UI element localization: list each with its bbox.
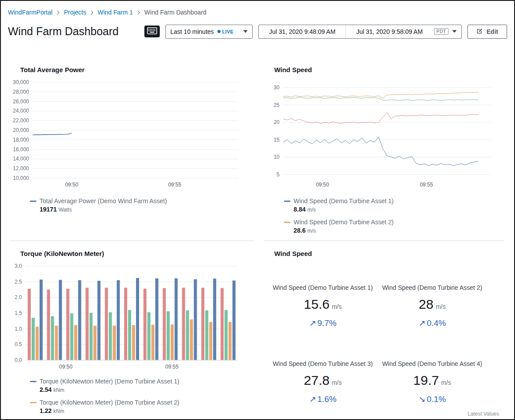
svg-text:25: 25	[274, 102, 280, 108]
svg-text:09:55: 09:55	[168, 182, 181, 188]
kpi-label: Wind Speed (Demo Turbine Asset 4)	[378, 360, 487, 368]
legend-unit: Watts	[59, 207, 72, 213]
legend-unit: kNm	[53, 408, 64, 414]
edit-button[interactable]: Edit	[467, 25, 507, 39]
svg-text:10: 10	[274, 154, 280, 160]
panel-wind-speed-chart: Wind Speed 5101520253009:5009:55 Wind Sp…	[264, 57, 504, 241]
panel-title: Total Average Power	[20, 65, 254, 74]
chevron-down-icon	[452, 30, 457, 33]
svg-text:5: 5	[276, 172, 280, 178]
kpi-unit: m/s	[332, 379, 342, 386]
kpi-card-asset-2: Wind Speed (Demo Turbine Asset 2) 28m/s …	[378, 284, 487, 328]
kpi-label: Wind Speed (Demo Turbine Asset 3)	[268, 360, 378, 368]
svg-text:14,000: 14,000	[13, 156, 29, 162]
legend-item: Torque (KiloNewton Meter) (Demo Turbine …	[30, 377, 254, 394]
svg-text:3.0: 3.0	[15, 263, 22, 269]
latest-values-label: Latest Values	[467, 411, 499, 417]
svg-text:1.5: 1.5	[15, 310, 22, 316]
svg-text:24,000: 24,000	[13, 108, 29, 114]
start-date: Jul 31, 2020 9:48:09 AM	[259, 28, 346, 35]
breadcrumb-link-wind-farm-1[interactable]: Wind Farm 1	[98, 8, 133, 17]
legend-swatch	[284, 222, 291, 223]
trend-down-arrow-icon: ↘	[419, 394, 426, 404]
chart-legend: Wind Speed (Demo Turbine Asset 1) 8.84m/…	[284, 197, 504, 241]
breadcrumb-link-projects[interactable]: Projects	[64, 8, 86, 17]
svg-text:2.5: 2.5	[15, 279, 22, 285]
total-average-power-line-chart[interactable]: 10,00012,00014,00016,00018,00020,00022,0…	[10, 79, 243, 190]
kpi-trend-value: 0.1%	[427, 394, 446, 404]
kpi-trend-value: 1.6%	[317, 394, 336, 404]
trend-up-arrow-icon: ↗	[419, 318, 426, 328]
live-label: LIVE	[222, 29, 234, 34]
kpi-trend-value: 9.7%	[317, 318, 336, 328]
chevron-right-icon	[90, 10, 94, 15]
svg-text:16,000: 16,000	[13, 146, 29, 153]
svg-text:18,000: 18,000	[13, 137, 29, 143]
page-header: Wind Farm Dashboard Last 10 minutes LIVE…	[1, 17, 514, 39]
panel-torque-chart: Torque (KiloNewton Meter) 0.00.51.01.52.…	[10, 241, 254, 420]
panel-title: Torque (KiloNewton Meter)	[20, 249, 254, 258]
keyboard-shortcuts-button[interactable]	[144, 26, 160, 37]
kpi-card-asset-1: Wind Speed (Demo Turbine Asset 1) 15.6m/…	[268, 284, 378, 328]
legend-value: 19171	[40, 206, 57, 213]
kpi-card-asset-4: Wind Speed (Demo Turbine Asset 4) 19.7m/…	[378, 360, 487, 404]
time-range-label: Last 10 minutes	[170, 28, 214, 35]
kpi-label: Wind Speed (Demo Turbine Asset 1)	[268, 284, 378, 292]
chevron-right-icon	[56, 10, 60, 15]
svg-text:10,000: 10,000	[13, 175, 29, 181]
svg-text:12,000: 12,000	[13, 165, 29, 172]
svg-text:15: 15	[274, 137, 280, 143]
breadcrumb: WindFarmPortal Projects Wind Farm 1 Wind…	[1, 1, 514, 17]
panel-title: Wind Speed	[274, 249, 504, 258]
kpi-unit: m/s	[332, 303, 342, 310]
chart-legend: Torque (KiloNewton Meter) (Demo Turbine …	[30, 377, 254, 420]
kpi-value: 27.8	[304, 373, 329, 387]
legend-label: Wind Speed (Demo Turbine Asset 1)	[294, 197, 394, 205]
wind-farm-dashboard-page: WindFarmPortal Projects Wind Farm 1 Wind…	[0, 0, 515, 420]
svg-text:22,000: 22,000	[13, 117, 29, 124]
breadcrumb-link-windfarmportal[interactable]: WindFarmPortal	[8, 8, 52, 17]
time-range-select[interactable]: Last 10 minutes LIVE	[166, 25, 253, 39]
wind-speed-line-chart[interactable]: 5101520253009:5009:55	[265, 79, 496, 190]
panel-total-average-power: Total Average Power 10,00012,00014,00016…	[10, 57, 254, 241]
chart-legend: Total Average Power (Demo Wind Farm Asse…	[30, 197, 254, 214]
svg-text:28,000: 28,000	[13, 89, 29, 95]
live-dot-icon	[217, 30, 221, 33]
kpi-label: Wind Speed (Demo Turbine Asset 2)	[378, 284, 487, 292]
legend-swatch	[30, 402, 37, 403]
svg-text:0.5: 0.5	[15, 341, 22, 347]
legend-item: Wind Speed (Demo Turbine Asset 1) 8.84m/…	[284, 197, 504, 214]
edit-icon	[476, 28, 483, 36]
trend-up-arrow-icon: ↗	[309, 318, 316, 328]
legend-swatch	[284, 201, 291, 202]
svg-text:20: 20	[274, 119, 280, 125]
legend-unit: m/s	[307, 207, 316, 213]
header-controls: Last 10 minutes LIVE Jul 31, 2020 9:48:0…	[144, 25, 507, 39]
keyboard-icon	[147, 27, 157, 36]
kpi-trend-value: 0.4%	[427, 318, 446, 328]
svg-text:26,000: 26,000	[13, 99, 29, 105]
dashboard-grid: Total Average Power 10,00012,00014,00016…	[1, 57, 514, 420]
svg-text:09:55: 09:55	[420, 182, 433, 188]
legend-swatch	[30, 201, 37, 202]
trend-up-arrow-icon: ↗	[309, 394, 316, 404]
svg-text:30: 30	[274, 84, 280, 91]
end-date: Jul 31, 2020 9:58:09 AM	[346, 28, 433, 35]
date-range-picker[interactable]: Jul 31, 2020 9:48:09 AM Jul 31, 2020 9:5…	[258, 25, 462, 39]
svg-text:1.0: 1.0	[15, 326, 22, 332]
legend-item: Wind Speed (Demo Turbine Asset 2) 28.6m/…	[284, 218, 504, 235]
legend-label: Total Average Power (Demo Wind Farm Asse…	[40, 197, 167, 205]
svg-text:2.0: 2.0	[15, 294, 22, 300]
svg-text:09:50: 09:50	[316, 182, 329, 188]
torque-bar-chart[interactable]: 0.00.51.01.52.02.53.009:5009:55	[10, 262, 243, 372]
legend-unit: kNm	[53, 387, 64, 393]
timezone-badge: PDT	[434, 28, 449, 35]
legend-swatch	[30, 381, 37, 382]
page-title: Wind Farm Dashboard	[8, 24, 118, 39]
svg-text:30,000: 30,000	[13, 79, 29, 85]
legend-label: Torque (KiloNewton Meter) (Demo Turbine …	[40, 398, 179, 407]
live-indicator: LIVE	[217, 29, 234, 34]
legend-item: Torque (KiloNewton Meter) (Demo Turbine …	[30, 398, 254, 415]
edit-button-label: Edit	[486, 28, 498, 35]
legend-label: Wind Speed (Demo Turbine Asset 2)	[294, 218, 394, 226]
